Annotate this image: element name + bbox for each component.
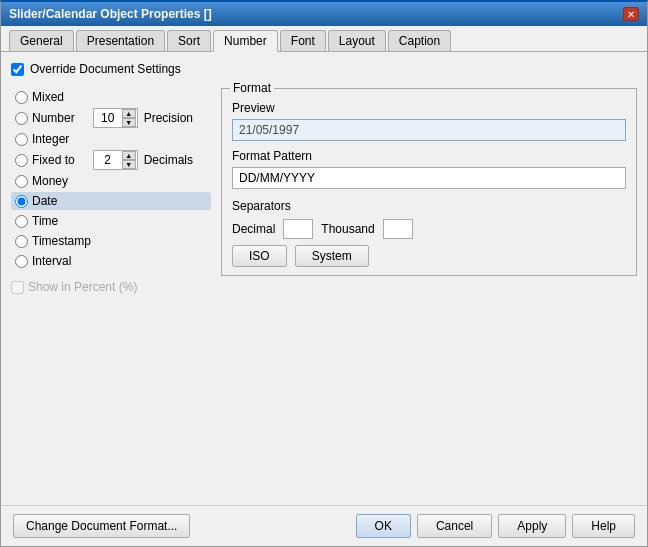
radio-fixed[interactable]: [15, 154, 28, 167]
radio-mixed[interactable]: [15, 91, 28, 104]
radio-mixed-label[interactable]: Mixed: [32, 90, 64, 104]
content-area: Override Document Settings Mixed Number: [1, 52, 647, 505]
show-percent-label[interactable]: Show in Percent (%): [28, 280, 137, 294]
preview-field: 21/05/1997: [232, 119, 626, 141]
show-percent-checkbox[interactable]: [11, 281, 24, 294]
radio-mixed-row: Mixed: [11, 88, 211, 106]
main-window: Slider/Calendar Object Properties [] ✕ G…: [0, 0, 648, 547]
radio-number-row: Number: [11, 109, 79, 127]
precision-label: Precision: [144, 111, 193, 125]
radio-money-label[interactable]: Money: [32, 174, 68, 188]
format-pattern-label: Format Pattern: [232, 149, 312, 163]
decimals-down-btn[interactable]: ▼: [122, 160, 136, 169]
decimals-spinbox: ▲ ▼: [93, 150, 138, 170]
radio-date-row: Date: [11, 192, 211, 210]
precision-input[interactable]: [94, 110, 122, 126]
radio-timestamp-label[interactable]: Timestamp: [32, 234, 91, 248]
separators-section: Separators Decimal Thousand: [232, 199, 626, 239]
tab-number[interactable]: Number: [213, 30, 278, 52]
radio-money[interactable]: [15, 175, 28, 188]
help-button[interactable]: Help: [572, 514, 635, 538]
window-title: Slider/Calendar Object Properties []: [9, 7, 212, 21]
bottom-bar: Change Document Format... OK Cancel Appl…: [1, 505, 647, 546]
decimals-spinbox-row: ▲ ▼ Decimals: [93, 150, 193, 170]
radio-interval-row: Interval: [11, 252, 211, 270]
iso-button[interactable]: ISO: [232, 245, 287, 267]
thousand-label: Thousand: [321, 222, 374, 236]
preview-section: Preview 21/05/1997: [232, 101, 626, 141]
radio-timestamp-row: Timestamp: [11, 232, 211, 250]
radio-integer[interactable]: [15, 133, 28, 146]
preview-label: Preview: [232, 101, 275, 115]
tab-font[interactable]: Font: [280, 30, 326, 51]
change-doc-button[interactable]: Change Document Format...: [13, 514, 190, 538]
radio-number-label[interactable]: Number: [32, 111, 75, 125]
precision-spinbox: ▲ ▼: [93, 108, 138, 128]
separators-row: Decimal Thousand: [232, 219, 626, 239]
decimal-label: Decimal: [232, 222, 275, 236]
system-button[interactable]: System: [295, 245, 369, 267]
format-group-label: Format: [230, 81, 274, 95]
decimals-input[interactable]: [94, 152, 122, 168]
right-panel: Format Preview 21/05/1997 Format Pattern…: [221, 88, 637, 495]
radio-fixed-label[interactable]: Fixed to: [32, 153, 75, 167]
radio-integer-label[interactable]: Integer: [32, 132, 69, 146]
override-row: Override Document Settings: [11, 62, 637, 76]
decimals-up-btn[interactable]: ▲: [122, 151, 136, 160]
radio-date-label[interactable]: Date: [32, 194, 57, 208]
radio-interval-label[interactable]: Interval: [32, 254, 71, 268]
radio-time-row: Time: [11, 212, 211, 230]
precision-spinbox-row: ▲ ▼ Precision: [93, 108, 193, 128]
separators-label: Separators: [232, 199, 291, 213]
override-label[interactable]: Override Document Settings: [30, 62, 181, 76]
radio-time-label[interactable]: Time: [32, 214, 58, 228]
thousand-separator-box[interactable]: [383, 219, 413, 239]
decimals-spinbox-buttons: ▲ ▼: [122, 151, 136, 169]
radio-time[interactable]: [15, 215, 28, 228]
radio-timestamp[interactable]: [15, 235, 28, 248]
apply-button[interactable]: Apply: [498, 514, 566, 538]
radio-integer-row: Integer: [11, 130, 211, 148]
show-percent-row: Show in Percent (%): [11, 280, 211, 294]
format-pattern-section: Format Pattern: [232, 149, 626, 189]
tab-caption[interactable]: Caption: [388, 30, 451, 51]
radio-date[interactable]: [15, 195, 28, 208]
tab-general[interactable]: General: [9, 30, 74, 51]
footer-buttons: OK Cancel Apply Help: [356, 514, 635, 538]
precision-down-btn[interactable]: ▼: [122, 118, 136, 127]
ok-button[interactable]: OK: [356, 514, 411, 538]
format-pattern-input[interactable]: [232, 167, 626, 189]
tab-layout[interactable]: Layout: [328, 30, 386, 51]
radio-number[interactable]: [15, 112, 28, 125]
tab-sort[interactable]: Sort: [167, 30, 211, 51]
tab-presentation[interactable]: Presentation: [76, 30, 165, 51]
cancel-button[interactable]: Cancel: [417, 514, 492, 538]
decimal-separator-box[interactable]: [283, 219, 313, 239]
left-panel: Mixed Number ▲ ▼: [11, 88, 211, 495]
precision-up-btn[interactable]: ▲: [122, 109, 136, 118]
close-button[interactable]: ✕: [623, 7, 639, 21]
precision-spinbox-buttons: ▲ ▼: [122, 109, 136, 127]
override-checkbox[interactable]: [11, 63, 24, 76]
main-panel: Mixed Number ▲ ▼: [11, 88, 637, 495]
tab-bar: General Presentation Sort Number Font La…: [1, 26, 647, 52]
iso-system-buttons-row: ISO System: [232, 245, 626, 267]
radio-fixed-row: Fixed to: [11, 151, 79, 169]
decimals-label: Decimals: [144, 153, 193, 167]
title-bar: Slider/Calendar Object Properties [] ✕: [1, 2, 647, 26]
radio-interval[interactable]: [15, 255, 28, 268]
format-group: Format Preview 21/05/1997 Format Pattern…: [221, 88, 637, 276]
radio-money-row: Money: [11, 172, 211, 190]
